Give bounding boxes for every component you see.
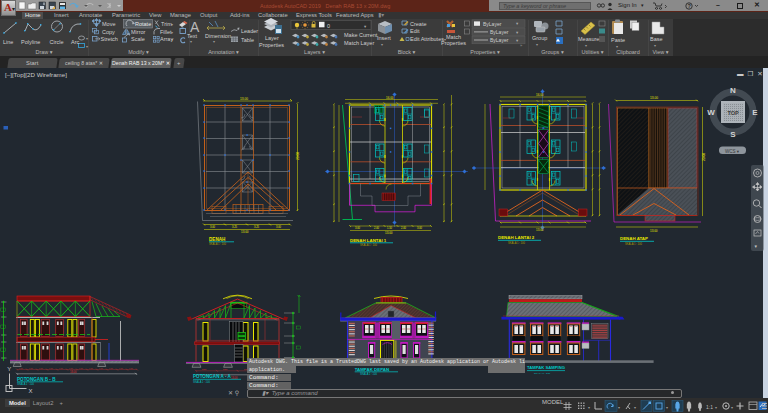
svg-text:DENAH: DENAH — [209, 237, 226, 242]
svg-text:ByLayer: ByLayer — [490, 29, 509, 35]
svg-text:3.00: 3.00 — [417, 226, 423, 230]
svg-text:SKALA 1 : 100: SKALA 1 : 100 — [360, 243, 377, 247]
svg-text:Arc: Arc — [71, 39, 80, 45]
svg-text:Move: Move — [102, 21, 115, 27]
svg-text:ByLayer: ByLayer — [490, 37, 509, 43]
svg-text:Make Current: Make Current — [344, 32, 378, 38]
svg-text:E: E — [752, 108, 758, 117]
svg-text:▾: ▾ — [213, 39, 215, 44]
svg-text:SKALA 1 : 100: SKALA 1 : 100 — [625, 242, 642, 246]
svg-text:▾: ▾ — [585, 43, 587, 48]
svg-text:1.50: 1.50 — [39, 367, 44, 369]
svg-text:1.50: 1.50 — [59, 367, 64, 369]
svg-text:3.00: 3.00 — [276, 225, 282, 229]
svg-text:DENAH LANTAI 2: DENAH LANTAI 2 — [498, 235, 535, 240]
svg-text:1.50: 1.50 — [119, 367, 124, 369]
svg-text:13.00: 13.00 — [650, 229, 658, 233]
svg-text:Circle: Circle — [50, 39, 64, 45]
svg-text:Array: Array — [160, 36, 173, 42]
svg-text:X: X — [29, 388, 33, 394]
svg-text:20.00: 20.00 — [702, 153, 706, 161]
svg-text:▾: ▾ — [616, 44, 618, 49]
svg-text:20.00: 20.00 — [296, 152, 300, 160]
svg-text:Group: Group — [532, 35, 547, 41]
svg-text:TAMPAK DEPAN: TAMPAK DEPAN — [355, 367, 389, 372]
svg-text:Trim: Trim — [161, 21, 172, 27]
svg-text:Match Layer: Match Layer — [344, 40, 374, 46]
svg-text:Base: Base — [650, 36, 663, 42]
svg-text:Y: Y — [7, 366, 11, 372]
svg-text:18.00: 18.00 — [70, 370, 77, 374]
svg-text:W: W — [707, 108, 715, 117]
svg-text:Leader: Leader — [241, 28, 258, 34]
svg-text:3.25: 3.25 — [254, 225, 260, 229]
svg-text:▾: ▾ — [444, 37, 446, 42]
svg-text:13.00: 13.00 — [650, 96, 658, 100]
svg-text:1.50: 1.50 — [109, 367, 114, 369]
svg-text:Layer: Layer — [265, 35, 279, 41]
svg-text:DENAH ATAP: DENAH ATAP — [620, 236, 648, 241]
svg-text:3.25: 3.25 — [232, 225, 238, 229]
svg-text:SKALA 1 : 100: SKALA 1 : 100 — [534, 372, 551, 375]
svg-text:Measure: Measure — [578, 36, 599, 42]
svg-text:▾: ▾ — [634, 405, 636, 410]
svg-text:POTONGAN B - B: POTONGAN B - B — [17, 377, 56, 382]
svg-text:▾: ▾ — [86, 36, 88, 41]
svg-text:Scale: Scale — [131, 36, 145, 42]
svg-text:Fillet: Fillet — [160, 29, 172, 35]
svg-text:1.50: 1.50 — [49, 367, 54, 369]
svg-text:3.50: 3.50 — [223, 368, 228, 370]
svg-text:▾: ▾ — [731, 405, 733, 410]
svg-text:Paste: Paste — [611, 37, 625, 43]
svg-text:▾: ▾ — [190, 39, 192, 44]
svg-text:1.50: 1.50 — [79, 367, 84, 369]
svg-text:Dimension: Dimension — [205, 33, 231, 39]
svg-text:Line: Line — [3, 39, 13, 45]
svg-text:1.50: 1.50 — [89, 367, 94, 369]
svg-text:SKALA 1 : 100: SKALA 1 : 100 — [17, 382, 34, 386]
svg-text:Stretch: Stretch — [101, 36, 118, 42]
svg-text:Mirror: Mirror — [131, 29, 146, 35]
svg-text:▾: ▾ — [381, 42, 383, 47]
svg-text:13.00: 13.00 — [241, 230, 249, 234]
svg-text:Polyline: Polyline — [21, 39, 40, 45]
svg-text:2.00: 2.00 — [401, 226, 407, 230]
svg-text:SKALA 1 : 100: SKALA 1 : 100 — [360, 372, 377, 376]
svg-text:▾: ▾ — [666, 405, 668, 410]
svg-text:TOP: TOP — [727, 110, 739, 116]
svg-text:Rotate: Rotate — [135, 21, 151, 27]
svg-text:Table: Table — [241, 37, 254, 43]
svg-text:DENAH LANTAI 1: DENAH LANTAI 1 — [350, 238, 387, 243]
svg-text:Properties: Properties — [259, 42, 284, 48]
svg-text:1.50: 1.50 — [29, 367, 34, 369]
svg-text:2.00: 2.00 — [374, 226, 380, 230]
svg-text:POTONGAN A - A: POTONGAN A - A — [193, 374, 232, 379]
svg-text:1.50: 1.50 — [19, 367, 24, 369]
svg-text:S: S — [730, 130, 736, 139]
svg-text:13.00: 13.00 — [240, 97, 248, 101]
svg-text:1:1: 1:1 — [706, 404, 713, 410]
svg-text:▾: ▾ — [618, 405, 620, 410]
svg-text:16.00: 16.00 — [536, 93, 544, 97]
svg-text:▾: ▾ — [253, 29, 255, 34]
svg-text:1.50: 1.50 — [129, 367, 134, 369]
svg-text:SKALA 1 : 100: SKALA 1 : 100 — [508, 241, 525, 245]
svg-text:Match: Match — [446, 34, 461, 40]
svg-text:N: N — [730, 86, 736, 95]
svg-text:▾: ▾ — [86, 44, 88, 49]
svg-text:WCS ▾: WCS ▾ — [725, 149, 740, 154]
svg-text:▾: ▾ — [536, 42, 538, 47]
svg-text:16.00: 16.00 — [386, 96, 394, 100]
svg-text:0: 0 — [327, 23, 330, 29]
svg-text:3.00: 3.00 — [355, 226, 361, 230]
svg-text:ByLayer: ByLayer — [483, 21, 502, 27]
svg-text:1.50: 1.50 — [387, 226, 393, 230]
svg-text:▾: ▾ — [715, 405, 717, 410]
svg-text:13.00: 13.00 — [385, 231, 393, 235]
svg-text:▾: ▾ — [588, 405, 590, 410]
svg-text:Edit Attributes: Edit Attributes — [410, 36, 444, 42]
svg-text:Copy: Copy — [102, 29, 115, 35]
svg-text:Create: Create — [410, 21, 427, 27]
svg-text:TAMPAK SAMPING: TAMPAK SAMPING — [527, 365, 565, 370]
svg-text:Insert: Insert — [377, 35, 391, 41]
